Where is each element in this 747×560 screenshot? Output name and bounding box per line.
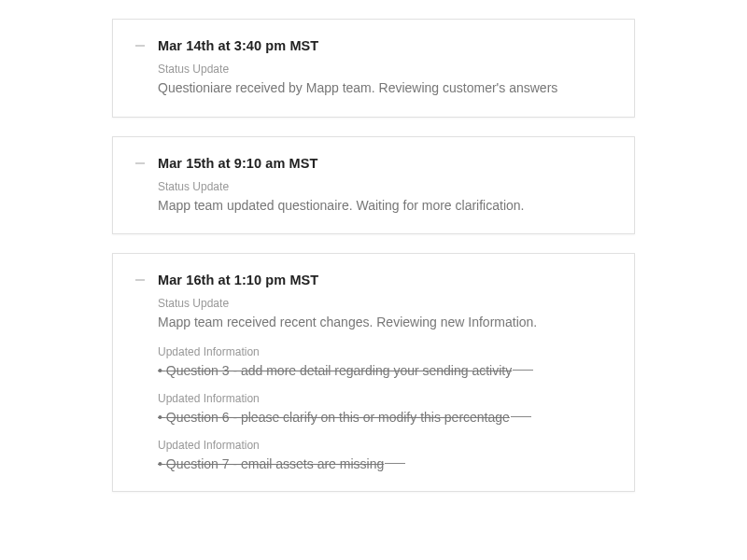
status-update-card: Mar 15th at 9:10 am MST Status Update Ma… (112, 136, 635, 235)
section-body-strike: • Question 7 - email assets are missing (158, 456, 405, 471)
timestamp: Mar 14th at 3:40 pm MST (158, 38, 318, 53)
timestamp: Mar 16th at 1:10 pm MST (158, 273, 318, 287)
collapse-icon[interactable] (135, 45, 145, 47)
section-body-strike: • Question 6 - please clarify on this or… (158, 410, 531, 425)
status-update-card: Mar 14th at 3:40 pm MST Status Update Qu… (112, 19, 635, 118)
status-update-card: Mar 16th at 1:10 pm MST Status Update Ma… (112, 253, 635, 492)
section-body-strike: • Question 3 - add more detail regarding… (158, 363, 533, 378)
status-section: Status Update Questioniare received by M… (135, 63, 612, 98)
section-body: Mapp team received recent changes. Revie… (158, 314, 612, 332)
section-label: Status Update (158, 63, 612, 76)
timestamp: Mar 15th at 9:10 am MST (158, 156, 318, 171)
card-header: Mar 14th at 3:40 pm MST (135, 38, 612, 53)
status-section: Status Update Mapp team received recent … (135, 297, 612, 332)
section-label: Updated Information (158, 392, 612, 405)
section-body: Questioniare received by Mapp team. Revi… (158, 79, 612, 98)
updated-info-section: Updated Information • Question 3 - add m… (135, 345, 612, 379)
collapse-icon[interactable] (135, 162, 145, 164)
updated-info-section: Updated Information • Question 7 - email… (135, 439, 612, 472)
card-header: Mar 16th at 1:10 pm MST (135, 273, 612, 287)
collapse-icon[interactable] (135, 279, 145, 281)
section-label: Updated Information (158, 345, 612, 358)
card-header: Mar 15th at 9:10 am MST (135, 156, 612, 171)
section-label: Status Update (158, 297, 612, 310)
updated-info-section: Updated Information • Question 6 - pleas… (135, 392, 612, 426)
status-section: Status Update Mapp team updated question… (135, 180, 612, 216)
section-label: Status Update (158, 180, 612, 193)
section-body: Mapp team updated questionaire. Waiting … (158, 197, 612, 216)
section-label: Updated Information (158, 439, 612, 452)
